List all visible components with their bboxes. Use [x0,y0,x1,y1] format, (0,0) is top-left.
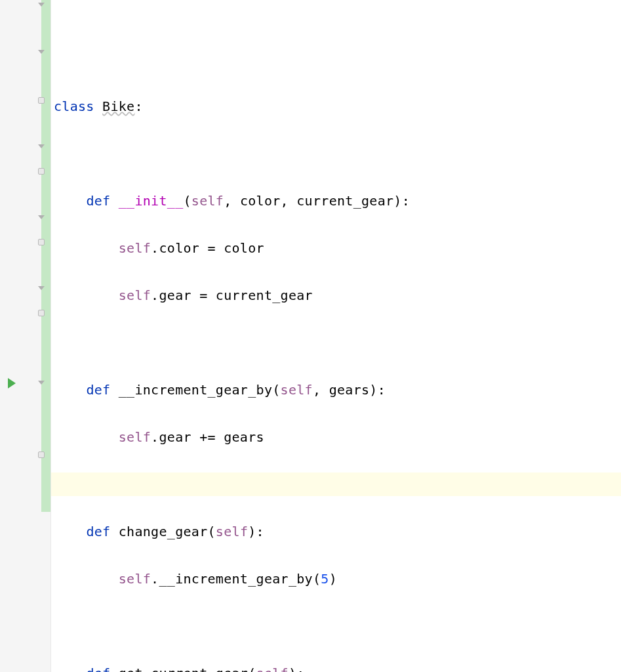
run-gutter-icon[interactable] [8,378,16,388]
class-name: Bike [102,98,134,114]
keyword-def: def [86,193,110,209]
fold-icon[interactable] [38,3,47,12]
keyword-class: class [54,98,94,114]
fold-end-icon[interactable] [38,168,47,177]
fold-icon[interactable] [38,215,47,224]
fold-icon[interactable] [38,144,47,154]
method-get-gear: get_current_gear [119,665,248,672]
method-init: __init__ [119,193,184,209]
method-change-gear: change_gear [119,524,208,539]
code-editor[interactable]: class Bike: def __init__(self, color, cu… [0,0,621,672]
method-increment: __increment_gear_by [119,382,272,398]
fold-end-icon[interactable] [38,239,47,248]
fold-icon[interactable] [38,381,47,390]
fold-icon[interactable] [38,286,47,295]
code-content[interactable]: class Bike: def __init__(self, color, cu… [51,0,621,672]
editor-gutter[interactable] [0,0,51,672]
fold-end-icon[interactable] [38,452,47,461]
fold-end-icon[interactable] [38,97,47,106]
fold-end-icon[interactable] [38,310,47,319]
fold-icon[interactable] [38,50,47,59]
vcs-change-strip [41,0,50,512]
